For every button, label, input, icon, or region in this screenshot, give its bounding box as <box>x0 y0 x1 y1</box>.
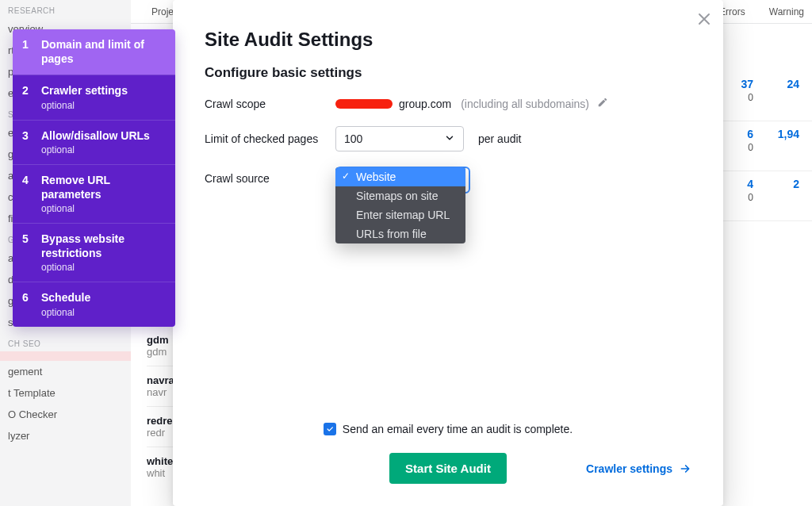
col-project: Proje <box>151 6 174 17</box>
crawl-source-label: Crawl source <box>205 167 335 185</box>
crawl-scope-row: Crawl scope group.com (including all sub… <box>205 97 691 110</box>
nav-item: lyzer <box>0 425 131 447</box>
crawl-scope-label: Crawl scope <box>205 98 335 110</box>
limit-value: 100 <box>344 132 362 145</box>
crawl-source-option-enter-url[interactable]: Enter sitemap URL <box>335 205 465 224</box>
nav-item <box>0 351 131 361</box>
step-title: Domain and limit of pages <box>41 38 164 66</box>
step-number: 5 <box>22 232 33 273</box>
step-optional: optional <box>41 307 164 318</box>
close-icon <box>696 11 712 27</box>
close-button[interactable] <box>696 11 712 27</box>
step-number: 4 <box>22 174 33 214</box>
wizard-step-schedule[interactable]: 6 Schedule optional <box>13 282 175 327</box>
pencil-icon <box>597 97 608 108</box>
per-audit-label: per audit <box>478 132 521 145</box>
modal-subtitle: Configure basic settings <box>205 65 691 81</box>
nav-section: CH SEO <box>0 333 131 351</box>
limit-label: Limit of checked pages <box>205 132 335 145</box>
wizard-step-bypass[interactable]: 5 Bypass website restrictions optional <box>13 223 175 282</box>
table-row: 6 0 1,94 <box>717 121 812 171</box>
wizard-step-allow-disallow[interactable]: 3 Allow/disallow URLs optional <box>13 120 175 165</box>
limit-row: Limit of checked pages 100 per audit <box>205 126 691 151</box>
step-optional: optional <box>41 100 164 111</box>
email-checkbox-row: Send an email every time an audit is com… <box>205 423 691 435</box>
step-title: Allow/disallow URLs <box>41 129 164 144</box>
check-icon <box>326 425 334 433</box>
nav-item: gement <box>0 361 131 382</box>
chevron-down-icon <box>444 132 455 146</box>
crawler-settings-link[interactable]: Crawler settings <box>586 462 691 475</box>
nav-item: O Checker <box>0 404 131 425</box>
email-checkbox-label: Send an email every time an audit is com… <box>343 423 573 435</box>
step-number: 6 <box>22 291 33 318</box>
step-title: Schedule <box>41 291 164 305</box>
step-optional: optional <box>41 203 164 214</box>
arrow-right-icon <box>679 462 691 475</box>
col-warnings: Warning <box>769 6 804 17</box>
step-number: 1 <box>22 38 33 66</box>
table-row: 37 0 24 <box>717 71 812 121</box>
wizard-steps: 1 Domain and limit of pages 2 Crawler se… <box>13 29 175 327</box>
step-optional: optional <box>41 144 164 155</box>
crawl-source-row: Crawl source Website Sitemaps on site En… <box>205 167 691 194</box>
site-audit-settings-modal: Site Audit Settings Configure basic sett… <box>173 0 723 506</box>
edit-domain-button[interactable] <box>597 97 608 110</box>
domain-redacted <box>335 99 393 109</box>
step-optional: optional <box>41 262 164 273</box>
modal-title: Site Audit Settings <box>205 29 691 51</box>
step-number: 2 <box>22 84 33 111</box>
limit-select[interactable]: 100 <box>335 126 464 151</box>
crawl-source-option-website[interactable]: Website <box>335 167 465 186</box>
metrics-table: 37 0 24 6 0 1,94 4 0 2 <box>717 71 812 221</box>
step-title: Crawler settings <box>41 84 164 98</box>
nav-item: t Template <box>0 382 131 404</box>
crawl-source-option-file[interactable]: URLs from file <box>335 224 465 243</box>
wizard-step-domain-limit[interactable]: 1 Domain and limit of pages <box>13 29 175 75</box>
domain-suffix: group.com <box>399 98 451 110</box>
step-title: Bypass website restrictions <box>41 232 164 260</box>
nav-section-research: RESEARCH <box>0 0 131 18</box>
wizard-step-crawler-settings[interactable]: 2 Crawler settings optional <box>13 75 175 120</box>
wizard-step-remove-params[interactable]: 4 Remove URL parameters optional <box>13 164 175 223</box>
crawl-source-option-sitemaps[interactable]: Sitemaps on site <box>335 186 465 205</box>
modal-footer: Send an email every time an audit is com… <box>205 423 691 484</box>
step-title: Remove URL parameters <box>41 174 164 201</box>
table-row: 4 0 2 <box>717 171 812 221</box>
subdomain-note: (including all subdomains) <box>461 98 589 110</box>
crawler-settings-label: Crawler settings <box>586 462 672 475</box>
step-number: 3 <box>22 129 33 156</box>
crawl-source-dropdown: Website Sitemaps on site Enter sitemap U… <box>335 167 465 243</box>
start-site-audit-button[interactable]: Start Site Audit <box>389 453 507 484</box>
email-checkbox[interactable] <box>324 423 336 435</box>
